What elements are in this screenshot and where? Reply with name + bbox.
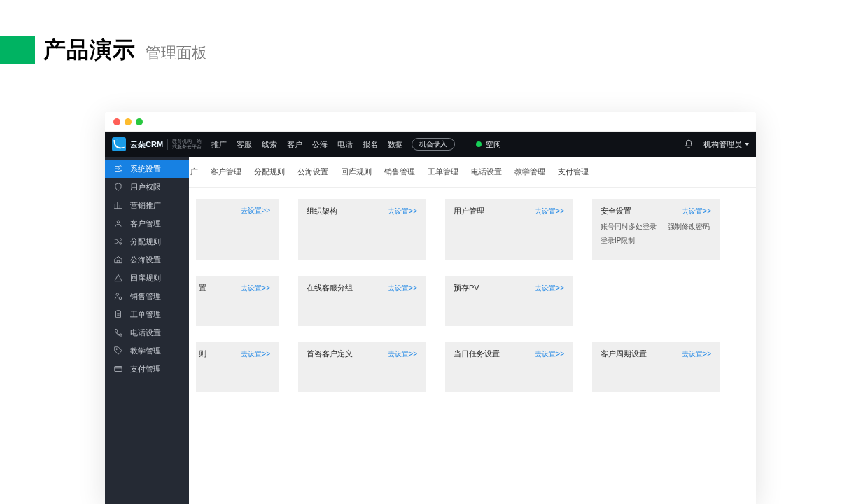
presence-status[interactable]: 空闲 <box>476 139 501 150</box>
sliders-icon <box>113 164 123 174</box>
shield-icon <box>113 182 123 192</box>
sidebar-item-label: 支付管理 <box>130 364 161 374</box>
tab[interactable]: 分配规则 <box>248 164 290 180</box>
sidebar-item-5[interactable]: 公海设置 <box>105 251 189 269</box>
go-settings-link[interactable]: 去设置>> <box>241 284 270 293</box>
brand[interactable]: 云朵CRM 教育机构一站 式服务云平台 <box>112 137 202 151</box>
go-settings-link[interactable]: 去设置>> <box>388 206 417 216</box>
settings-card: 在线客服分组去设置>> <box>298 276 426 326</box>
slide-header: 产品演示 管理面板 <box>0 35 207 66</box>
nav-item[interactable]: 客服 <box>237 139 252 150</box>
settings-card: 预存PV去设置>> <box>445 276 573 326</box>
secondary-tabs: 广客户管理分配规则公海设置回库规则销售管理工单管理电话设置教学管理支付管理 <box>189 157 756 188</box>
svg-point-2 <box>120 170 122 172</box>
brand-tagline: 教育机构一站 式服务云平台 <box>167 139 202 150</box>
settings-card: 客户周期设置去设置>> <box>592 342 720 392</box>
phone-icon <box>113 328 123 337</box>
svg-point-3 <box>117 220 120 223</box>
sidebar-item-label: 分配规则 <box>130 237 161 247</box>
sidebar-item-6[interactable]: 回库规则 <box>105 269 189 287</box>
nav-item[interactable]: 线索 <box>262 139 277 150</box>
clipboard-icon <box>113 309 123 319</box>
tab[interactable]: 电话设置 <box>465 164 507 180</box>
nav-item[interactable]: 公海 <box>312 139 328 150</box>
settings-card: 当日任务设置去设置>> <box>445 342 573 392</box>
sidebar-item-11[interactable]: 支付管理 <box>105 360 189 378</box>
sidebar-item-0[interactable]: 系统设置 <box>105 160 189 178</box>
chevron-down-icon <box>745 143 749 146</box>
nav-item[interactable]: 数据 <box>388 139 403 150</box>
go-settings-link[interactable]: 去设置>> <box>535 349 564 359</box>
tag-icon <box>113 346 123 356</box>
svg-point-4 <box>116 293 119 296</box>
go-settings-link[interactable]: 去设置>> <box>388 284 417 293</box>
svg-rect-8 <box>115 367 122 372</box>
tab[interactable]: 工单管理 <box>422 164 464 180</box>
sidebar-item-3[interactable]: 客户管理 <box>105 214 189 232</box>
notifications-icon[interactable] <box>684 139 694 149</box>
sidebar-item-8[interactable]: 工单管理 <box>105 305 189 323</box>
card-body-item: 登录IP限制 <box>601 236 635 246</box>
tab[interactable]: 教学管理 <box>509 164 551 180</box>
minimize-icon[interactable] <box>125 118 132 125</box>
maximize-icon[interactable] <box>136 118 143 125</box>
card-title: 客户周期设置 <box>601 349 647 359</box>
sidebar: 系统设置用户权限营销推广客户管理分配规则公海设置回库规则销售管理工单管理电话设置… <box>105 157 189 504</box>
card-title: 安全设置 <box>601 206 631 216</box>
tab[interactable]: 广 <box>189 164 204 180</box>
tab[interactable]: 销售管理 <box>379 164 421 180</box>
go-settings-link[interactable]: 去设置>> <box>682 206 711 216</box>
sidebar-item-label: 电话设置 <box>130 328 161 338</box>
card-title: 当日任务设置 <box>454 349 500 359</box>
card-title: 组织架构 <box>307 206 337 216</box>
tab[interactable]: 公海设置 <box>292 164 334 180</box>
svg-point-0 <box>120 165 121 167</box>
close-icon[interactable] <box>113 118 120 125</box>
sidebar-item-label: 教学管理 <box>130 346 161 356</box>
settings-card: 首咨客户定义去设置>> <box>298 342 426 392</box>
go-settings-link[interactable]: 去设置>> <box>535 206 564 216</box>
sidebar-item-label: 工单管理 <box>130 309 161 320</box>
settings-card: 去设置>> <box>196 199 279 260</box>
sidebar-item-9[interactable]: 电话设置 <box>105 323 189 342</box>
nav-item[interactable]: 推广 <box>211 139 227 150</box>
nav-item[interactable]: 客户 <box>287 139 302 150</box>
sidebar-item-label: 客户管理 <box>130 218 161 229</box>
card-body-item: 账号同时多处登录 <box>601 222 657 232</box>
svg-point-7 <box>116 349 118 350</box>
slide-title: 产品演示 <box>43 35 136 66</box>
card-title: 则 <box>199 349 206 359</box>
card-icon <box>113 364 123 374</box>
status-dot-icon <box>476 141 482 147</box>
tab[interactable]: 支付管理 <box>552 164 594 180</box>
sidebar-item-2[interactable]: 营销推广 <box>105 196 189 214</box>
go-settings-link[interactable]: 去设置>> <box>241 349 270 359</box>
person-icon <box>113 218 123 228</box>
go-settings-link[interactable]: 去设置>> <box>535 284 564 293</box>
svg-point-5 <box>119 297 122 300</box>
go-settings-link[interactable]: 去设置>> <box>388 349 417 359</box>
nav-items: 推广 客服 线索 客户 公海 电话 报名 数据 <box>211 139 403 150</box>
sidebar-item-10[interactable]: 教学管理 <box>105 342 189 360</box>
sidebar-item-4[interactable]: 分配规则 <box>105 232 189 251</box>
record-entry-button[interactable]: 机会录入 <box>412 138 455 150</box>
go-settings-link[interactable]: 去设置>> <box>241 206 270 216</box>
window-titlebar <box>105 112 756 132</box>
go-settings-link[interactable]: 去设置>> <box>682 349 711 359</box>
svg-point-1 <box>118 168 119 169</box>
nav-item[interactable]: 报名 <box>363 139 378 150</box>
user-label: 机构管理员 <box>704 139 742 150</box>
card-title: 用户管理 <box>454 206 484 216</box>
accent-bar <box>0 36 35 64</box>
sidebar-item-7[interactable]: 销售管理 <box>105 287 189 305</box>
sidebar-item-label: 系统设置 <box>130 164 161 174</box>
tab[interactable]: 回库规则 <box>335 164 377 180</box>
tab[interactable]: 客户管理 <box>205 164 247 180</box>
sidebar-item-1[interactable]: 用户权限 <box>105 178 189 196</box>
nav-item[interactable]: 电话 <box>337 139 353 150</box>
user-menu[interactable]: 机构管理员 <box>704 139 749 150</box>
sidebar-item-label: 用户权限 <box>130 182 161 192</box>
card-body-item: 强制修改密码 <box>668 222 710 232</box>
svg-rect-6 <box>116 311 121 317</box>
settings-card: 用户管理去设置>> <box>445 199 573 260</box>
